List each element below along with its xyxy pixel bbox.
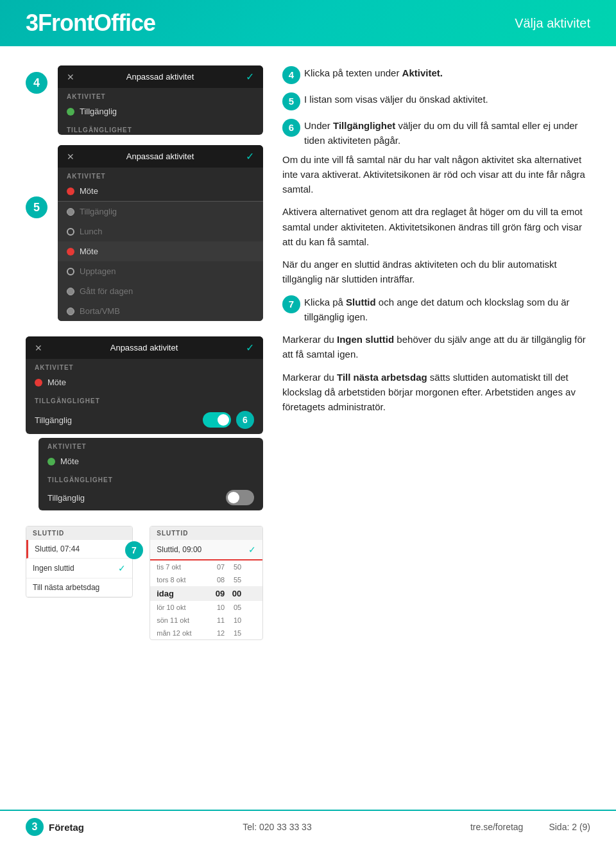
item-tillganglig-4: Tillgänglig — [47, 493, 85, 503]
panel-group-step7: SLUTTID Sluttid, 07:44 Ingen sluttid ✓ T… — [26, 526, 263, 640]
item-tillganglig-text: Tillgänglig — [80, 107, 117, 116]
close-icon-2[interactable]: ✕ — [67, 152, 74, 162]
toggle-switch-on[interactable] — [203, 412, 231, 428]
footer-website: tre.se/foretag — [470, 822, 524, 832]
dot-red-icon — [67, 187, 74, 195]
panel-toggle-off: AKTIVITET Möte TILLGÄNGLIGHET Tillgängli… — [38, 438, 263, 510]
sluttid-row-1[interactable]: Sluttid, 07:44 — [26, 540, 132, 559]
list-text-tillganglig: Tillgänglig — [80, 207, 117, 216]
item-tillganglig-3: Tillgänglig — [35, 415, 72, 425]
hour-son: 11 — [212, 616, 225, 624]
panel-item-mote-3: Möte — [26, 372, 263, 392]
item-mote-4: Möte — [60, 456, 79, 466]
day-lor: lör 10 okt — [157, 604, 208, 611]
page-subtitle: Välja aktivitet — [515, 16, 590, 31]
sluttid-list-panel: SLUTTID Sluttid, 07:44 Ingen sluttid ✓ T… — [26, 526, 133, 598]
panel-toggle-off-wrapper: AKTIVITET Möte TILLGÄNGLIGHET Tillgängli… — [38, 438, 263, 510]
datepicker-row-tis[interactable]: tis 7 okt 07 50 — [150, 561, 262, 573]
datepicker-rows: tis 7 okt 07 50 tors 8 okt 08 55 idag 09… — [150, 561, 262, 639]
toggle-switch-off[interactable] — [226, 490, 254, 505]
list-item-mote[interactable]: Möte — [58, 241, 263, 261]
day-today: idag — [157, 589, 208, 598]
min-man: 15 — [228, 629, 241, 637]
datepicker-selected-text: Sluttid, 09:00 — [157, 545, 201, 554]
datepicker-check-icon: ✓ — [248, 544, 256, 555]
footer-company: Företag — [49, 822, 84, 833]
sluttid-row-3[interactable]: Till nästa arbetsdag — [26, 578, 132, 597]
datepicker-selected-row[interactable]: Sluttid, 09:00 ✓ — [150, 540, 262, 561]
check-icon[interactable]: ✓ — [246, 71, 254, 83]
footer: 3 Företag Tel: 020 33 33 33 tre.se/foret… — [0, 810, 616, 843]
datepicker-row-son[interactable]: sön 11 okt 11 10 — [150, 614, 262, 627]
sluttid-row-2[interactable]: Ingen sluttid ✓ — [26, 559, 132, 578]
para4: Markerar du Ingen sluttid behöver du sjä… — [282, 332, 590, 362]
panel-title-3: Anpassad aktivitet — [42, 343, 246, 352]
dot-outline-icon-2 — [67, 268, 74, 275]
sluttid-check-icon: ✓ — [118, 563, 126, 573]
section-label-aktivitet: AKTIVITET — [58, 88, 263, 101]
list-item-borta[interactable]: Borta/VMB — [58, 301, 263, 321]
day-tis: tis 7 okt — [157, 563, 208, 571]
dot-green-icon — [67, 108, 74, 116]
hour-man: 12 — [212, 629, 225, 637]
hour-tors: 08 — [212, 576, 225, 584]
list-text-mote: Möte — [80, 247, 98, 256]
panel-toggle-row-on: Tillgänglig 6 — [26, 406, 263, 434]
list-item-upptagen[interactable]: Upptagen — [58, 261, 263, 281]
list-item-lunch[interactable]: Lunch — [58, 222, 263, 241]
badge-4: 4 — [282, 66, 300, 84]
panel-item-mote-4: Möte — [38, 451, 263, 471]
list-item-gatt[interactable]: Gått för dagen — [58, 281, 263, 301]
main-content: 4 ✕ Anpassad aktivitet ✓ AKTIVITET Tillg… — [0, 46, 616, 653]
datepicker-row-tors[interactable]: tors 8 okt 08 55 — [150, 573, 262, 586]
step6-badge: 6 — [236, 411, 254, 429]
hour-today: 09 — [212, 589, 225, 598]
para1: Om du inte vill få samtal när du har val… — [282, 152, 590, 197]
check-icon-2[interactable]: ✓ — [246, 150, 254, 162]
day-man: mån 12 okt — [157, 629, 208, 637]
dot-gray-icon-2 — [67, 288, 74, 295]
datepicker-row-man[interactable]: mån 12 okt 12 15 — [150, 627, 262, 639]
dot-outline-icon — [67, 228, 74, 236]
panel-header-1: ✕ Anpassad aktivitet ✓ — [58, 65, 263, 88]
toggle-container-on: 6 — [203, 411, 254, 429]
min-lor: 05 — [228, 604, 241, 611]
min-today: 00 — [228, 589, 241, 598]
panel-item-tillganglig: Tillgänglig — [58, 101, 263, 121]
footer-right: tre.se/foretag Sida: 2 (9) — [470, 822, 590, 832]
datepicker-row-lor[interactable]: lör 10 okt 10 05 — [150, 601, 262, 614]
item-mote-3: Möte — [47, 378, 66, 387]
day-tors: tors 8 okt — [157, 576, 208, 584]
section-label-tillganglighet: TILLGÄNGLIGHET — [58, 121, 263, 135]
panel-item-mote-selected: Möte — [58, 181, 263, 201]
instructions-column: 4 Klicka på texten under Aktivitet. 5 I … — [282, 65, 590, 422]
panel-title-2: Anpassad aktivitet — [74, 152, 246, 161]
close-icon[interactable]: ✕ — [67, 72, 74, 82]
section-tillganglighet-3: TILLGÄNGLIGHET — [26, 392, 263, 406]
check-icon-3[interactable]: ✓ — [246, 342, 254, 354]
list-item-tillganglig[interactable]: Tillgänglig — [58, 202, 263, 222]
para3: När du anger en sluttid ändras aktivitet… — [282, 257, 590, 287]
panel-toggle-on: ✕ Anpassad aktivitet ✓ AKTIVITET Möte TI… — [26, 336, 263, 434]
footer-phone: Tel: 020 33 33 33 — [243, 822, 311, 832]
step7-text: Klicka på Sluttid och ange det datum och… — [304, 295, 590, 325]
datepicker-row-today[interactable]: idag 09 00 — [150, 586, 262, 601]
step7-line: 7 Klicka på Sluttid och ange det datum o… — [282, 295, 590, 325]
datepicker-label: SLUTTID — [150, 526, 262, 540]
datepicker-panel: SLUTTID Sluttid, 09:00 ✓ tis 7 okt 07 50… — [150, 526, 263, 640]
dot-green-4 — [47, 458, 55, 465]
three-logo: 3 — [26, 818, 44, 836]
footer-page: Sida: 2 (9) — [549, 822, 590, 832]
close-icon-3[interactable]: ✕ — [35, 343, 42, 353]
section-aktivitet-3: AKTIVITET — [26, 359, 263, 372]
list-text-gatt: Gått för dagen — [80, 286, 133, 296]
panel-aktivitet-top: ✕ Anpassad aktivitet ✓ AKTIVITET Tillgän… — [58, 65, 263, 135]
min-tis: 50 — [228, 563, 241, 571]
panel-dropdown-outer: ✕ Anpassad aktivitet ✓ AKTIVITET Möte Ti… — [58, 145, 263, 321]
sluttid-text-3: Till nästa arbetsdag — [33, 583, 99, 592]
min-son: 10 — [228, 616, 241, 624]
hour-tis: 07 — [212, 563, 225, 571]
panel-toggle-row-off: Tillgänglig — [38, 485, 263, 510]
sluttid-label: SLUTTID — [26, 526, 132, 540]
footer-logo: 3 Företag — [26, 818, 84, 836]
